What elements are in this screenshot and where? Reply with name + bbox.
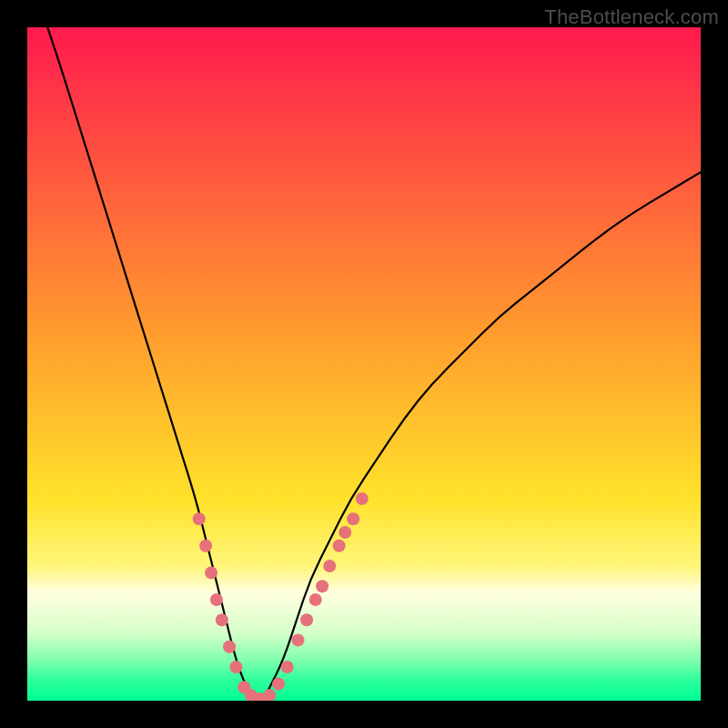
- marker-dot: [272, 678, 285, 691]
- plot-area: [27, 27, 701, 701]
- marker-dot: [281, 661, 294, 673]
- marker-dot: [263, 689, 276, 701]
- marker-dot: [323, 560, 336, 572]
- marker-dot: [316, 580, 329, 592]
- marker-dot: [291, 633, 304, 646]
- marker-dot: [216, 613, 228, 626]
- chart-container: TheBottleneck.com: [0, 0, 728, 728]
- bottleneck-curve-line: [47, 27, 701, 701]
- marker-dot: [223, 641, 236, 653]
- marker-dot: [199, 540, 212, 552]
- marker-group: [193, 492, 369, 701]
- marker-dot: [300, 613, 313, 626]
- curve-svg: [27, 27, 701, 701]
- marker-dot: [210, 593, 223, 606]
- marker-dot: [339, 526, 351, 539]
- marker-dot: [333, 540, 346, 552]
- marker-dot: [347, 512, 359, 525]
- marker-dot: [193, 512, 206, 525]
- watermark-text: TheBottleneck.com: [544, 5, 719, 29]
- marker-dot: [356, 492, 369, 505]
- marker-dot: [309, 593, 322, 606]
- marker-dot: [229, 661, 242, 673]
- marker-dot: [205, 566, 217, 579]
